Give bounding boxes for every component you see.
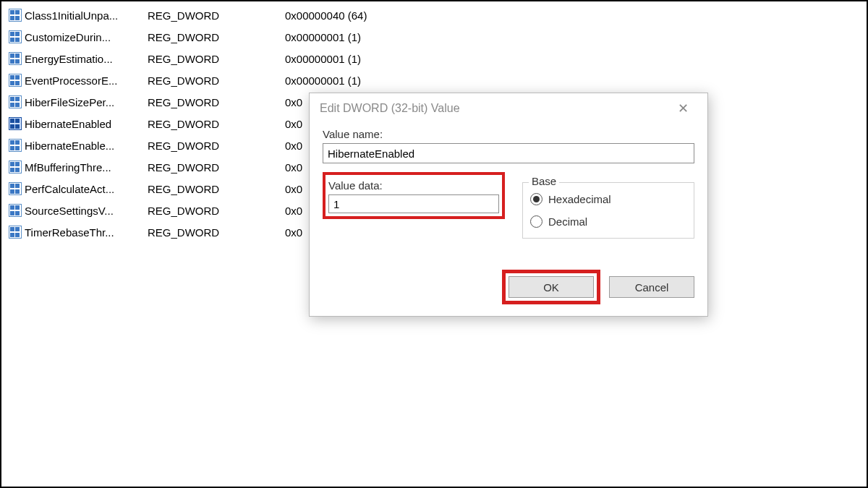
registry-data: 0x00000001 (1) <box>285 53 361 65</box>
value-data-highlight: Value data: <box>323 172 505 219</box>
registry-name: HibernateEnable... <box>25 140 148 152</box>
registry-row[interactable]: Class1InitialUnpa...REG_DWORD0x00000040 … <box>1 4 867 26</box>
radio-hexadecimal[interactable]: Hexadecimal <box>530 193 686 205</box>
registry-name: HiberFileSizePer... <box>25 96 148 108</box>
dword-icon <box>9 95 22 108</box>
registry-data: 0x00000001 (1) <box>285 74 361 87</box>
registry-data: 0x0 <box>285 183 302 195</box>
dword-icon <box>9 30 22 43</box>
registry-name: CustomizeDurin... <box>25 31 148 43</box>
dword-icon <box>9 160 22 174</box>
registry-name: SourceSettingsV... <box>25 205 148 217</box>
base-group: Base Hexadecimal Decimal <box>522 182 694 239</box>
registry-type: REG_DWORD <box>148 74 285 87</box>
registry-data: 0x00000040 (64) <box>285 9 367 22</box>
value-name-label: Value name: <box>323 128 694 140</box>
value-data-label: Value data: <box>328 179 499 192</box>
registry-type: REG_DWORD <box>148 140 285 152</box>
radio-icon <box>530 215 542 228</box>
dword-icon <box>9 52 22 65</box>
dword-icon <box>9 226 22 239</box>
dword-icon <box>9 182 22 195</box>
registry-type: REG_DWORD <box>148 53 285 65</box>
dialog-titlebar: Edit DWORD (32-bit) Value ✕ <box>310 93 707 124</box>
registry-type: REG_DWORD <box>148 183 285 195</box>
radio-icon <box>530 193 542 205</box>
registry-data: 0x0 <box>285 96 302 108</box>
registry-data: 0x0 <box>285 140 302 152</box>
registry-name: EnergyEstimatio... <box>25 53 148 65</box>
dword-icon <box>9 117 22 130</box>
edit-dword-dialog: Edit DWORD (32-bit) Value ✕ Value name: … <box>309 93 708 317</box>
registry-data: 0x0 <box>285 226 302 239</box>
dword-icon <box>9 74 22 87</box>
dialog-title: Edit DWORD (32-bit) Value <box>320 102 668 115</box>
radio-decimal[interactable]: Decimal <box>530 215 686 228</box>
radio-label: Hexadecimal <box>548 193 611 205</box>
registry-data: 0x0 <box>285 161 302 174</box>
registry-name: PerfCalculateAct... <box>25 183 148 195</box>
registry-type: REG_DWORD <box>148 96 285 108</box>
dword-icon <box>9 9 22 22</box>
close-icon[interactable]: ✕ <box>668 100 697 116</box>
registry-type: REG_DWORD <box>148 161 285 174</box>
registry-type: REG_DWORD <box>148 118 285 130</box>
registry-name: MfBufferingThre... <box>25 161 148 174</box>
registry-name: EventProcessorE... <box>25 74 148 87</box>
value-data-input[interactable] <box>328 194 499 213</box>
registry-type: REG_DWORD <box>148 31 285 43</box>
registry-type: REG_DWORD <box>148 9 285 22</box>
registry-name: Class1InitialUnpa... <box>25 9 148 22</box>
registry-row[interactable]: CustomizeDurin...REG_DWORD0x00000001 (1) <box>1 26 867 48</box>
dword-icon <box>9 139 22 152</box>
registry-type: REG_DWORD <box>148 205 285 217</box>
cancel-button[interactable]: Cancel <box>609 276 694 298</box>
registry-name: HibernateEnabled <box>25 118 148 130</box>
registry-data: 0x0 <box>285 118 302 130</box>
registry-data: 0x0 <box>285 205 302 217</box>
ok-highlight: OK <box>502 270 600 304</box>
registry-row[interactable]: EventProcessorE...REG_DWORD0x00000001 (1… <box>1 69 867 91</box>
dword-icon <box>9 204 22 217</box>
base-legend: Base <box>529 175 559 187</box>
registry-type: REG_DWORD <box>148 226 285 239</box>
registry-data: 0x00000001 (1) <box>285 31 361 43</box>
registry-name: TimerRebaseThr... <box>25 226 148 239</box>
ok-button[interactable]: OK <box>509 276 594 298</box>
registry-row[interactable]: EnergyEstimatio...REG_DWORD0x00000001 (1… <box>1 48 867 69</box>
value-name-input[interactable] <box>323 143 694 163</box>
radio-label: Decimal <box>548 215 587 228</box>
